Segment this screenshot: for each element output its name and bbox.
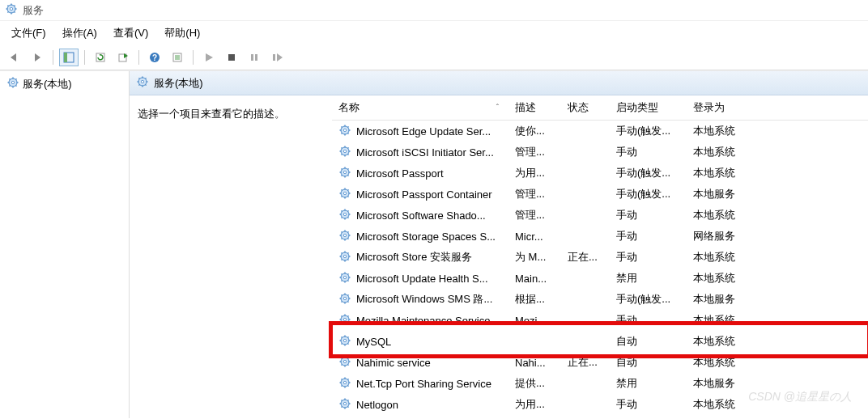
service-start: 手动 — [611, 208, 688, 222]
stop-service-button[interactable] — [222, 49, 241, 66]
detail-pane: 服务(本地) 选择一个项目来查看它的描述。 名称ˆ 描述 状态 启动类型 登录为… — [130, 71, 868, 418]
col-header-logon[interactable]: 登录为 — [688, 100, 761, 115]
menu-help[interactable]: 帮助(H) — [156, 23, 208, 44]
restart-service-button[interactable] — [267, 49, 287, 66]
service-desc: Mozi... — [510, 315, 563, 327]
service-icon — [338, 334, 351, 349]
service-row[interactable]: Microsoft Software Shado...管理...手动本地系统 — [332, 205, 868, 226]
export-button[interactable] — [113, 49, 133, 66]
menu-bar: 文件(F) 操作(A) 查看(V) 帮助(H) — [0, 21, 868, 45]
service-logon: 本地系统 — [688, 124, 761, 138]
service-name: Microsoft Passport — [356, 167, 444, 180]
column-headers[interactable]: 名称ˆ 描述 状态 启动类型 登录为 — [332, 95, 868, 121]
service-logon: 本地服务 — [688, 376, 761, 391]
tree-root-label: 服务(本地) — [23, 77, 72, 91]
main-area: 服务(本地) 服务(本地) 选择一个项目来查看它的描述。 名称ˆ 描述 状态 启… — [0, 70, 868, 418]
service-logon: 本地系统 — [688, 355, 761, 370]
service-start: 手动 — [611, 229, 688, 243]
help-button[interactable]: ? — [145, 49, 164, 66]
menu-action[interactable]: 操作(A) — [54, 23, 105, 44]
service-icon — [338, 187, 351, 202]
start-service-button[interactable] — [199, 49, 219, 66]
service-name: Microsoft iSCSI Initiator Ser... — [356, 146, 494, 159]
service-row[interactable]: Microsoft Passport为用...手动(触发...本地系统 — [332, 163, 868, 184]
forward-button[interactable] — [28, 49, 47, 66]
service-start: 自动 — [611, 334, 688, 349]
svg-rect-23 — [273, 54, 275, 61]
service-logon: 本地服务 — [688, 187, 761, 201]
service-name: Net.Tcp Port Sharing Service — [356, 378, 491, 390]
properties-button[interactable] — [168, 49, 187, 66]
service-logon: 本地系统 — [688, 313, 761, 328]
service-row[interactable]: Microsoft Update Health S...Main...禁用本地系… — [332, 268, 868, 289]
pause-service-button[interactable] — [245, 49, 264, 66]
service-icon — [338, 271, 351, 286]
tree-root-item[interactable]: 服务(本地) — [5, 74, 124, 93]
service-logon: 本地系统 — [688, 397, 761, 412]
service-row[interactable]: Mozilla Maintenance ServiceMozi...手动本地系统 — [332, 310, 868, 331]
toolbar-separator — [84, 50, 85, 65]
service-start: 自动 — [611, 355, 688, 370]
service-name: Microsoft Update Health S... — [356, 273, 488, 285]
service-row[interactable]: Microsoft Windows SMS 路...根据...手动(触发...本… — [332, 289, 868, 310]
svg-rect-20 — [228, 54, 235, 61]
menu-view[interactable]: 查看(V) — [105, 23, 156, 44]
service-desc: Micr... — [510, 231, 563, 243]
col-header-name[interactable]: 名称ˆ — [332, 100, 510, 115]
service-start: 手动(触发... — [611, 292, 688, 307]
svg-rect-22 — [255, 54, 257, 61]
service-icon — [338, 250, 351, 265]
tree-pane[interactable]: 服务(本地) — [0, 71, 130, 418]
service-logon: 本地系统 — [688, 208, 761, 222]
service-start: 手动(触发... — [611, 166, 688, 180]
show-hide-tree-button[interactable] — [59, 49, 79, 66]
service-row[interactable]: Microsoft Edge Update Ser...使你...手动(触发..… — [332, 121, 868, 142]
service-desc: Nahi... — [510, 357, 563, 369]
col-header-start[interactable]: 启动类型 — [611, 100, 688, 115]
col-header-desc[interactable]: 描述 — [510, 100, 563, 115]
service-name: Mozilla Maintenance Service — [356, 315, 490, 327]
service-start: 手动 — [611, 145, 688, 159]
service-start: 禁用 — [611, 376, 688, 391]
service-list[interactable]: 名称ˆ 描述 状态 启动类型 登录为 Microsoft Edge Update… — [332, 95, 868, 418]
service-icon — [338, 355, 351, 370]
service-icon — [338, 124, 351, 139]
description-prompt: 选择一个项目来查看它的描述。 — [138, 107, 324, 121]
service-start: 手动 — [611, 397, 688, 412]
refresh-button[interactable] — [91, 49, 110, 66]
service-logon: 本地系统 — [688, 271, 761, 286]
service-icon — [338, 313, 351, 328]
service-name: Nahimic service — [356, 357, 431, 369]
back-button[interactable] — [5, 49, 24, 66]
menu-file[interactable]: 文件(F) — [3, 23, 54, 44]
service-name: Microsoft Passport Container — [356, 188, 492, 201]
service-row[interactable]: Microsoft Store 安装服务为 M...正在...手动本地系统 — [332, 247, 868, 268]
service-row[interactable]: Nahimic serviceNahi...正在...自动本地系统 — [332, 352, 868, 373]
service-row[interactable]: Netlogon为用...手动本地系统 — [332, 394, 868, 415]
service-row[interactable]: Net.Tcp Port Sharing Service提供...禁用本地服务 — [332, 373, 868, 394]
services-icon — [136, 75, 149, 91]
service-row[interactable]: Microsoft Passport Container管理...手动(触发..… — [332, 184, 868, 205]
service-start: 禁用 — [611, 271, 688, 286]
service-start: 手动 — [611, 313, 688, 328]
service-desc: Main... — [510, 273, 563, 285]
service-icon — [338, 376, 351, 391]
service-row[interactable]: Microsoft Storage Spaces S...Micr...手动网络… — [332, 226, 868, 247]
service-desc: 管理... — [510, 145, 563, 159]
service-row[interactable]: Microsoft iSCSI Initiator Ser...管理...手动本… — [332, 142, 868, 163]
service-logon: 本地系统 — [688, 145, 761, 159]
service-row[interactable]: MySQL自动本地系统 — [332, 331, 868, 352]
service-logon: 本地系统 — [688, 166, 761, 180]
pane-title: 服务(本地) — [154, 76, 203, 91]
col-header-state[interactable]: 状态 — [563, 100, 611, 115]
service-desc: 管理... — [510, 187, 563, 201]
service-icon — [338, 229, 351, 244]
service-icon — [338, 166, 351, 181]
service-logon: 本地服务 — [688, 292, 761, 307]
service-start: 手动 — [611, 250, 688, 265]
service-desc: 根据... — [510, 292, 563, 307]
service-name: Microsoft Windows SMS 路... — [356, 292, 492, 307]
service-icon — [338, 292, 351, 307]
service-desc: 提供... — [510, 376, 563, 391]
service-state: 正在... — [563, 250, 611, 265]
